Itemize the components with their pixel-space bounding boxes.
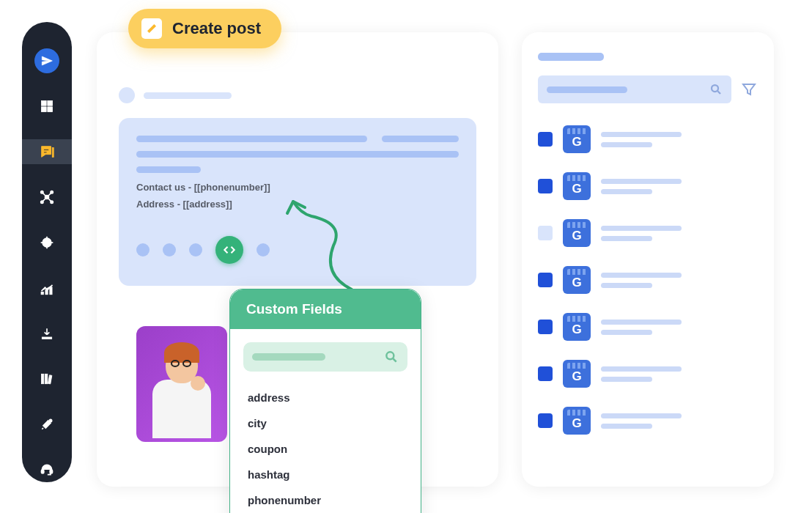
sidebar-item-posts[interactable] (22, 139, 72, 164)
google-business-icon: G (563, 219, 591, 247)
google-business-icon: G (563, 407, 591, 435)
post-image-preview[interactable] (136, 326, 227, 442)
svg-rect-5 (43, 152, 47, 153)
svg-line-34 (717, 91, 720, 94)
checkbox-icon[interactable] (538, 320, 553, 334)
search-icon (709, 83, 723, 96)
tool-option-2[interactable] (163, 243, 176, 256)
google-business-icon: G (563, 360, 591, 388)
network-icon (40, 190, 54, 204)
create-post-badge[interactable]: Create post (128, 9, 281, 48)
svg-rect-30 (50, 470, 52, 473)
locations-panel: G G G G G G G (522, 32, 774, 487)
analytics-icon (40, 281, 54, 295)
svg-rect-27 (48, 375, 52, 384)
checkbox-icon[interactable] (538, 413, 553, 428)
avatar-skeleton (119, 87, 135, 103)
send-icon (34, 48, 59, 73)
svg-line-14 (42, 197, 47, 202)
svg-rect-6 (52, 148, 53, 158)
svg-rect-22 (45, 290, 48, 295)
tool-option-4[interactable] (256, 243, 270, 256)
custom-field-item[interactable]: phonenumber (248, 487, 403, 513)
svg-rect-4 (43, 149, 48, 150)
locations-list: G G G G G G G (538, 125, 758, 435)
sidebar-item-dashboard[interactable] (22, 94, 72, 119)
locations-search[interactable] (538, 75, 731, 103)
checkbox-icon[interactable] (538, 226, 553, 240)
checkbox-icon[interactable] (538, 132, 553, 147)
google-business-icon: G (563, 266, 591, 294)
custom-field-item[interactable]: address (248, 385, 403, 410)
filter-icon[interactable] (740, 81, 758, 98)
create-post-label: Create post (172, 19, 261, 38)
sidebar-item-library[interactable] (22, 366, 72, 391)
custom-fields-list: address city coupon hashtag phonenumber (230, 379, 421, 513)
svg-point-28 (49, 419, 51, 421)
sidebar-item-support[interactable] (22, 457, 72, 482)
checkbox-icon[interactable] (538, 366, 553, 381)
location-item[interactable]: G (538, 219, 758, 247)
svg-line-15 (47, 197, 52, 202)
google-business-icon: G (563, 172, 591, 200)
svg-rect-21 (42, 292, 44, 295)
location-item[interactable]: G (538, 266, 758, 294)
search-text-skeleton (547, 86, 627, 93)
custom-fields-title: Custom Fields (230, 289, 421, 329)
location-item[interactable]: G (538, 172, 758, 200)
location-item[interactable]: G (538, 407, 758, 435)
svg-point-33 (712, 85, 718, 92)
google-business-icon: G (563, 313, 591, 341)
sidebar-item-download[interactable] (22, 321, 72, 346)
svg-rect-2 (42, 107, 47, 112)
panel-title-skeleton (538, 53, 604, 61)
svg-rect-0 (42, 101, 47, 106)
svg-rect-1 (48, 101, 53, 106)
checkbox-icon[interactable] (538, 273, 553, 287)
svg-rect-3 (48, 107, 53, 112)
sidebar-item-tools[interactable] (22, 412, 72, 437)
custom-fields-search[interactable] (243, 342, 407, 372)
insert-custom-field-button[interactable] (215, 236, 243, 264)
svg-rect-24 (42, 337, 51, 339)
composer-contact-line: Contact us - [[phonenumber]] (136, 182, 459, 193)
custom-fields-popup: Custom Fields address city coupon hashta… (229, 289, 421, 513)
location-item[interactable]: G (538, 360, 758, 388)
target-icon (40, 235, 54, 250)
sidebar-item-target[interactable] (22, 230, 72, 255)
custom-field-item[interactable]: city (248, 410, 403, 436)
sidebar-item-send[interactable] (22, 48, 72, 73)
tool-option-1[interactable] (136, 243, 150, 256)
dashboard-icon (40, 99, 54, 114)
name-skeleton (144, 92, 232, 99)
sidebar-item-network[interactable] (22, 185, 72, 210)
search-icon (384, 350, 399, 364)
search-placeholder-skeleton (252, 353, 325, 361)
composer-address-line: Address - [[address]] (136, 199, 459, 210)
posts-icon (39, 144, 55, 160)
edit-icon (141, 18, 162, 39)
svg-point-31 (386, 352, 394, 359)
download-icon (40, 326, 54, 341)
library-icon (40, 372, 54, 386)
svg-point-16 (43, 238, 51, 247)
tool-option-3[interactable] (189, 243, 202, 256)
svg-rect-29 (42, 470, 44, 473)
location-item[interactable]: G (538, 313, 758, 341)
checkbox-icon[interactable] (538, 179, 553, 193)
svg-rect-26 (45, 374, 48, 383)
svg-line-32 (394, 359, 396, 362)
location-item[interactable]: G (538, 125, 758, 153)
custom-field-item[interactable]: coupon (248, 436, 403, 462)
sidebar-nav (22, 22, 72, 482)
google-business-icon: G (563, 125, 591, 153)
custom-field-item[interactable]: hashtag (248, 462, 403, 487)
post-composer[interactable]: Contact us - [[phonenumber]] Address - [… (119, 118, 476, 286)
svg-line-12 (42, 192, 47, 197)
composer-toolbar (136, 236, 459, 264)
svg-line-13 (47, 192, 52, 197)
svg-rect-23 (50, 287, 52, 294)
sidebar-item-analytics[interactable] (22, 276, 72, 300)
svg-rect-25 (42, 374, 44, 383)
code-icon (222, 243, 237, 257)
